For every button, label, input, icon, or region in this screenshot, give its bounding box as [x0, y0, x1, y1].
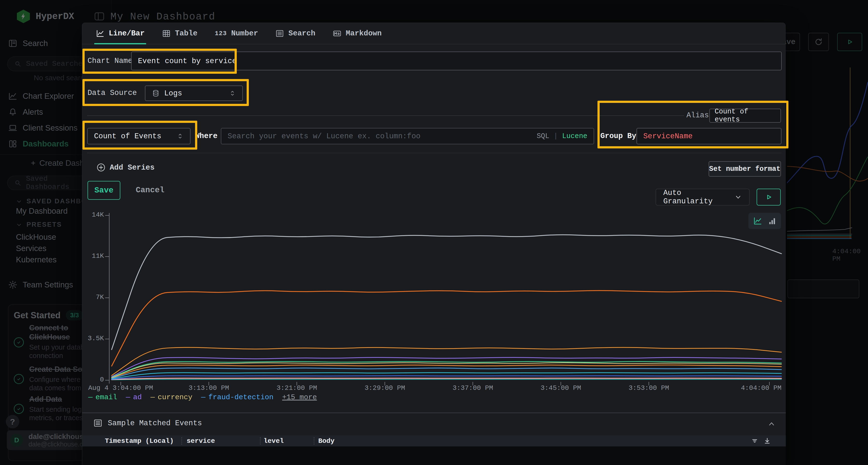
legend-swatch: — [88, 393, 93, 401]
y-tick-label: 7K [83, 294, 104, 301]
column-header[interactable]: Timestamp (Local) [105, 437, 174, 445]
legend-label: fraud-detection [208, 393, 273, 401]
sample-matched-events-header: Sample Matched Events [93, 419, 202, 428]
series-line-ad [112, 357, 781, 376]
legend-swatch: — [126, 393, 130, 401]
x-tick-label: 3:29:00 PM [346, 384, 424, 392]
chart-legend: —email—ad—currency—fraud-detection+15 mo… [88, 393, 317, 401]
series-line-unnamed [112, 379, 781, 380]
series-line-unnamed [112, 235, 781, 350]
series-line-unnamed [112, 347, 781, 376]
x-tick-label: 3:53:00 PM [610, 384, 687, 392]
legend-item[interactable]: —ad [126, 393, 142, 401]
collapse-section-chevron-up-icon[interactable] [768, 420, 776, 428]
x-tick-label: 3:45:00 PM [522, 384, 599, 392]
list-icon [93, 419, 102, 428]
y-tick-label: 3.5K [83, 335, 104, 342]
legend-label: ad [133, 393, 142, 401]
legend-more-link[interactable]: +15 more [282, 393, 317, 401]
column-separator[interactable] [314, 437, 314, 444]
series-line-currency [112, 363, 781, 377]
legend-swatch: — [201, 393, 206, 401]
y-tick-label: 11K [83, 252, 104, 260]
section-divider [82, 412, 786, 413]
chart-editor-modal: Line/Bar Table 123 Number Search Markdow… [82, 23, 785, 465]
bar-chart-toggle-icon[interactable] [768, 217, 777, 225]
series-line-unnamed [112, 373, 781, 379]
series-line-unnamed [112, 378, 781, 379]
events-table-header: Timestamp (Local) service level Body [82, 435, 786, 446]
line-chart-toggle-icon[interactable] [753, 217, 762, 226]
legend-swatch: — [151, 393, 155, 401]
legend-label: email [95, 393, 117, 401]
column-header[interactable]: Body [318, 437, 334, 445]
column-separator[interactable] [260, 437, 261, 444]
chart-display-toggle [748, 213, 781, 229]
x-tick-label: 4:04:00 PM [695, 384, 781, 392]
x-tick-label: 3:21:00 PM [258, 384, 335, 392]
download-icon[interactable] [763, 437, 771, 445]
series-line-unnamed [112, 376, 781, 379]
series-line-unnamed [112, 291, 781, 366]
legend-item[interactable]: —currency [151, 393, 192, 401]
legend-item[interactable]: —fraud-detection [201, 393, 273, 401]
y-tick-label: 14K [83, 211, 104, 219]
filter-icon[interactable] [751, 437, 759, 445]
legend-label: currency [158, 393, 192, 401]
series-line-unnamed [112, 365, 781, 378]
series-line-fraud-detection [112, 368, 781, 378]
column-header[interactable]: service [187, 437, 215, 445]
column-header[interactable]: level [264, 437, 284, 445]
column-separator[interactable] [181, 437, 182, 444]
line-chart-area[interactable]: 03.5K7K11K14KAug 4 3:04:00 PM3:13:00 PM3… [82, 23, 786, 465]
y-tick-label: 0 [83, 376, 104, 383]
x-tick-label: 3:37:00 PM [434, 384, 512, 392]
events-table-body [82, 446, 786, 465]
legend-item[interactable]: —email [88, 393, 117, 401]
x-tick-label: 3:13:00 PM [170, 384, 247, 392]
series-line-email [112, 361, 781, 377]
